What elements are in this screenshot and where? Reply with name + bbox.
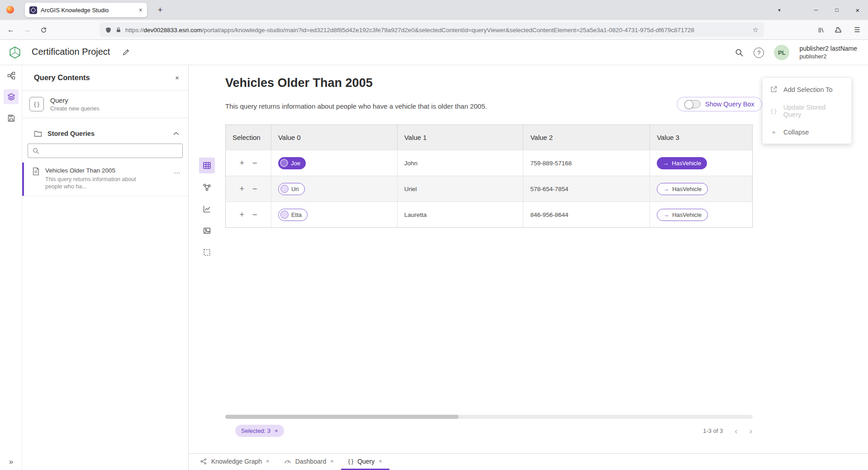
relationship-label: HasVehicle <box>672 160 701 167</box>
cell-text: Uriel <box>404 186 417 192</box>
save-icon[interactable] <box>4 110 19 125</box>
app-menu-icon[interactable]: ☰ <box>851 24 863 36</box>
search-input[interactable] <box>43 148 178 154</box>
selection-cell: + − <box>226 176 271 201</box>
add-selection-icon[interactable]: + <box>239 211 244 219</box>
add-selection-icon[interactable]: + <box>239 185 244 193</box>
remove-selection-icon[interactable]: − <box>252 185 257 193</box>
clear-selection-icon[interactable]: × <box>275 427 278 434</box>
bookmark-star-icon[interactable]: ☆ <box>753 26 759 34</box>
link-chart-view-icon[interactable] <box>199 179 215 195</box>
app-header: Certification Project ? PL publisher2 la… <box>0 40 868 65</box>
document-icon <box>32 167 40 190</box>
next-page-icon[interactable]: › <box>749 427 752 435</box>
new-tab-button[interactable]: + <box>154 4 166 16</box>
user-menu[interactable]: publisher2 lastName publisher2 <box>799 45 857 60</box>
relationship-pill[interactable]: →HasVehicle <box>657 209 708 221</box>
page-title: Vehicles Older Than 2005 <box>225 76 373 90</box>
stored-queries-search[interactable] <box>28 144 183 158</box>
column-header-value1[interactable]: Value 1 <box>398 125 524 150</box>
chart-view-icon[interactable] <box>199 201 215 217</box>
entity-pill[interactable]: Joe <box>278 157 306 169</box>
entity-pill[interactable]: Uri <box>278 183 305 195</box>
panel-title: Query Contents <box>34 73 175 82</box>
close-tab-icon[interactable]: × <box>266 458 270 465</box>
back-button[interactable]: ← <box>5 24 17 36</box>
column-header-value0[interactable]: Value 0 <box>271 125 398 150</box>
lock-icon[interactable] <box>115 27 122 33</box>
add-selection-icon[interactable]: + <box>239 159 244 167</box>
extensions-puzzle-icon[interactable] <box>832 24 844 36</box>
firefox-icon[interactable] <box>6 6 14 14</box>
question-glyph: ? <box>757 49 760 56</box>
table-row[interactable]: + − Uri Uriel 578-654-7854 →HasVehicle <box>226 176 752 201</box>
tab-knowledge-graph[interactable]: Knowledge Graph × <box>193 454 277 470</box>
scrollbar-thumb[interactable] <box>225 415 459 419</box>
expand-rail-icon[interactable]: » <box>0 457 22 466</box>
remove-selection-icon[interactable]: − <box>252 159 257 167</box>
layers-icon[interactable] <box>4 89 19 104</box>
relationship-label: HasVehicle <box>672 211 702 218</box>
show-query-box-toggle[interactable]: Show Query Box <box>677 97 762 111</box>
help-icon[interactable]: ? <box>754 48 764 58</box>
project-title: Certification Project <box>32 47 110 57</box>
edit-title-icon[interactable] <box>122 48 130 56</box>
view-toolbar <box>199 158 215 260</box>
window-controls: ▾ ─ □ × <box>771 0 868 20</box>
library-icon[interactable] <box>815 24 827 36</box>
table-row[interactable]: + − Joe John 759-889-57168 →HasVehicle <box>226 150 752 176</box>
avatar[interactable]: PL <box>774 45 789 60</box>
menu-item-collapse[interactable]: » Collapse <box>763 121 851 143</box>
window-maximize-button[interactable]: □ <box>826 0 847 20</box>
relationship-pill[interactable]: →HasVehicle <box>657 157 707 169</box>
close-tab-icon[interactable]: × <box>330 458 334 465</box>
knowledge-graph-icon <box>200 458 207 465</box>
new-query-item[interactable]: { } Query Create new queries <box>22 91 188 118</box>
horizontal-scrollbar[interactable] <box>225 415 753 419</box>
search-icon[interactable] <box>735 48 744 57</box>
relationship-cell: →HasVehicle <box>650 150 752 176</box>
toggle-switch[interactable] <box>684 100 701 108</box>
tab-label: Knowledge Graph <box>211 458 262 465</box>
relationship-cell: →HasVehicle <box>650 176 752 201</box>
chevron-up-icon[interactable] <box>173 132 179 135</box>
prev-page-icon[interactable]: ‹ <box>735 427 737 435</box>
browser-toolbar: ← → https://dev0028833.esri.com/portal/a… <box>0 20 868 40</box>
column-header-selection[interactable]: Selection <box>226 125 271 150</box>
stored-query-item[interactable]: Vehicles Older Than 2005 This query retu… <box>22 163 188 196</box>
tracking-shield-icon[interactable] <box>105 27 112 34</box>
tab-close-icon[interactable]: × <box>139 6 142 14</box>
forward-button[interactable]: → <box>21 24 33 36</box>
data-model-icon[interactable] <box>4 68 19 83</box>
relationship-pill[interactable]: →HasVehicle <box>657 183 708 195</box>
url-bar[interactable]: https://dev0028833.esri.com/portal/apps/… <box>100 23 764 37</box>
folder-icon <box>34 130 42 137</box>
entity-dot <box>280 159 288 167</box>
stored-query-description: This query returns information about peo… <box>45 176 144 190</box>
tab-query[interactable]: { } Query × <box>341 454 389 470</box>
table-view-icon[interactable] <box>199 158 215 173</box>
selection-tool-icon[interactable] <box>199 245 215 260</box>
entity-cell: Etta <box>271 202 398 227</box>
browser-tab[interactable]: ArcGIS Knowledge Studio × <box>25 3 147 17</box>
window-minimize-button[interactable]: ─ <box>806 0 826 20</box>
window-close-button[interactable]: × <box>847 0 868 20</box>
entity-pill[interactable]: Etta <box>278 209 308 221</box>
cell-text: Lauretta <box>404 211 427 218</box>
column-header-value3[interactable]: Value 3 <box>650 125 752 150</box>
stored-queries-section-header[interactable]: Stored Queries <box>22 125 188 143</box>
close-tab-icon[interactable]: × <box>379 458 382 465</box>
column-header-value2[interactable]: Value 2 <box>523 125 650 150</box>
panel-close-icon[interactable]: × <box>175 74 179 82</box>
list-all-tabs-icon[interactable]: ▾ <box>771 7 787 13</box>
tab-dashboard[interactable]: Dashboard × <box>277 454 341 470</box>
add-selection-to-icon <box>769 86 778 93</box>
table-row[interactable]: + − Etta Lauretta 846-956-8644 →HasVehic… <box>226 201 752 227</box>
more-options-icon[interactable]: … <box>174 167 181 175</box>
menu-item-label: Collapse <box>783 129 809 136</box>
reload-icon[interactable] <box>37 24 50 36</box>
image-view-icon[interactable] <box>199 223 215 239</box>
menu-item-add-selection-to[interactable]: Add Selection To <box>763 79 851 100</box>
remove-selection-icon[interactable]: − <box>252 211 257 219</box>
query-item-label: Query <box>50 97 99 104</box>
